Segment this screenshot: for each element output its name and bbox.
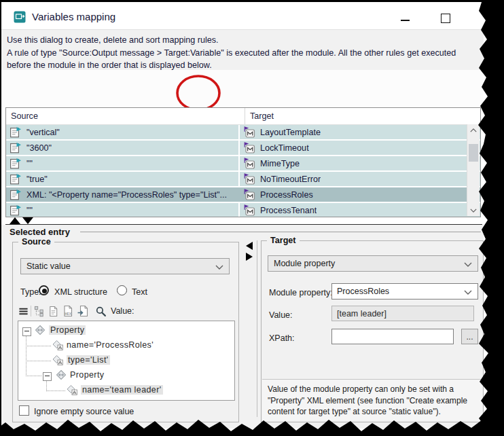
column-header-target[interactable]: Target: [245, 111, 480, 121]
tree-guide: [26, 346, 51, 346]
toolbar-separator: [31, 306, 31, 316]
table-row-selected[interactable]: XML: "<Property name="ProcessRoles" type…: [6, 187, 480, 203]
value-field: [team leader]: [331, 306, 474, 321]
static-value-icon: [10, 204, 22, 217]
target-note: Value of the module property can only be…: [262, 380, 482, 420]
table-row[interactable]: "" MimeType: [6, 156, 480, 172]
vertical-scrollbar[interactable]: [467, 124, 480, 216]
xml-attribute-icon: [67, 384, 77, 395]
module-property-label: Module property:: [269, 288, 333, 297]
dialog-description: Use this dialog to create, delete and so…: [1, 29, 484, 70]
description-line-1: Use this dialog to create, delete and so…: [7, 34, 484, 47]
type-label: Type:: [20, 287, 41, 297]
target-cell: ProcessTenant: [260, 206, 317, 215]
window-title: Variables mapping: [32, 11, 115, 22]
target-type-value: Module property: [274, 259, 335, 268]
chevron-down-icon: [464, 290, 472, 295]
xml-element-icon: [56, 369, 67, 380]
tree-guide: [46, 390, 65, 391]
import-file-icon[interactable]: [76, 304, 90, 318]
ignore-empty-checkbox-label[interactable]: Ignore empty source value: [34, 407, 134, 416]
splitter-collapse-right[interactable]: [246, 253, 253, 261]
table-row[interactable]: "true" NoTimeoutError: [6, 172, 480, 187]
maximize-icon[interactable]: [441, 14, 450, 23]
tree-view-icon[interactable]: [33, 304, 46, 318]
source-type-value: Static value: [26, 261, 71, 271]
module-property-icon: [243, 126, 255, 139]
tree-guide: [26, 335, 26, 376]
splitter-collapse-left[interactable]: [246, 242, 253, 250]
source-cell: "": [26, 206, 33, 215]
chevron-down-icon: [215, 265, 223, 270]
source-cell: "3600": [26, 143, 52, 153]
tree-item-element[interactable]: Property: [56, 369, 104, 380]
scrollbar-thumb[interactable]: [469, 144, 478, 162]
xml-element-icon: [35, 325, 46, 335]
target-cell: LockTimeout: [260, 143, 309, 153]
radio-text[interactable]: [117, 285, 127, 295]
tree-item-attribute[interactable]: type='List': [52, 355, 110, 365]
xpath-browse-button[interactable]: ...: [461, 329, 478, 344]
module-property-value: ProcessRoles: [337, 287, 389, 296]
value-label: Value:: [111, 306, 134, 316]
title-bar[interactable]: Variables mapping: [1, 2, 484, 29]
source-cell: XML: "<Property name="ProcessRoles" type…: [26, 190, 227, 200]
target-type-dropdown[interactable]: Module property: [268, 255, 478, 272]
module-property-icon: [243, 189, 255, 201]
scroll-up-button[interactable]: [467, 124, 480, 136]
browse-button-label: ...: [466, 332, 473, 342]
column-header-source[interactable]: Source: [6, 108, 245, 124]
source-cell: "true": [26, 175, 48, 184]
table-header: Source Target: [6, 108, 480, 125]
tree-expander[interactable]: [43, 372, 52, 381]
search-value-icon[interactable]: [94, 304, 107, 318]
radio-text-label[interactable]: Text: [132, 287, 147, 297]
static-value-icon: [10, 173, 22, 185]
static-value-icon: [10, 126, 22, 139]
app-icon: [14, 11, 26, 23]
static-value-icon: [10, 189, 22, 201]
tree-guide: [46, 380, 47, 391]
tree-item-element[interactable]: Property: [35, 325, 86, 335]
radio-xml-structure-label[interactable]: XML structure: [54, 287, 107, 297]
module-property-icon: [243, 142, 255, 154]
target-cell: ProcessRoles: [260, 190, 313, 200]
target-cell: MimeType: [260, 159, 300, 168]
table-row[interactable]: "3600" LockTimeout: [6, 141, 480, 156]
source-legend: Source: [18, 237, 54, 247]
table-row[interactable]: "" ProcessTenant: [6, 203, 480, 217]
tree-item-attribute[interactable]: name='ProcessRoles': [52, 340, 154, 350]
xml-tree: Property name='ProcessRoles' type='List'…: [18, 321, 235, 401]
source-cell: "vertical": [26, 128, 60, 137]
description-line-2: A rule of type "Source:Output message > …: [7, 47, 484, 60]
selected-entry-groupline: [80, 232, 481, 232]
splitter-collapse-up[interactable]: [10, 217, 20, 224]
hex-view-icon[interactable]: [61, 304, 75, 318]
tree-expander[interactable]: [22, 327, 31, 336]
module-property-icon: [243, 158, 255, 170]
tree-guide: [26, 376, 41, 376]
static-value-icon: [10, 158, 22, 170]
module-property-combo[interactable]: ProcessRoles: [331, 283, 478, 299]
table-row[interactable]: "vertical" LayoutTemplate: [6, 125, 480, 141]
ignore-empty-checkbox[interactable]: [19, 405, 29, 416]
radio-xml-structure[interactable]: [39, 285, 49, 295]
minimize-icon[interactable]: [401, 20, 410, 21]
tree-item-attribute[interactable]: name='team leader': [67, 384, 163, 395]
target-legend: Target: [267, 236, 300, 245]
vertical-splitter[interactable]: [257, 240, 257, 417]
target-cell: LayoutTemplate: [260, 128, 321, 137]
text-view-icon[interactable]: [46, 304, 60, 318]
source-type-dropdown[interactable]: Static value: [20, 258, 230, 274]
splitter-collapse-down[interactable]: [22, 217, 33, 224]
toolbar: [1, 70, 484, 107]
source-cell: "": [26, 159, 33, 168]
xml-attribute-icon: [52, 355, 63, 365]
scroll-down-button[interactable]: [467, 204, 480, 216]
module-property-icon: [243, 204, 255, 217]
menu-icon[interactable]: [16, 304, 30, 318]
module-property-icon: [243, 173, 255, 185]
xpath-input[interactable]: [331, 329, 454, 344]
static-value-icon: [10, 142, 22, 154]
mapping-table: Source Target "vertical" LayoutTemplate …: [5, 107, 481, 217]
